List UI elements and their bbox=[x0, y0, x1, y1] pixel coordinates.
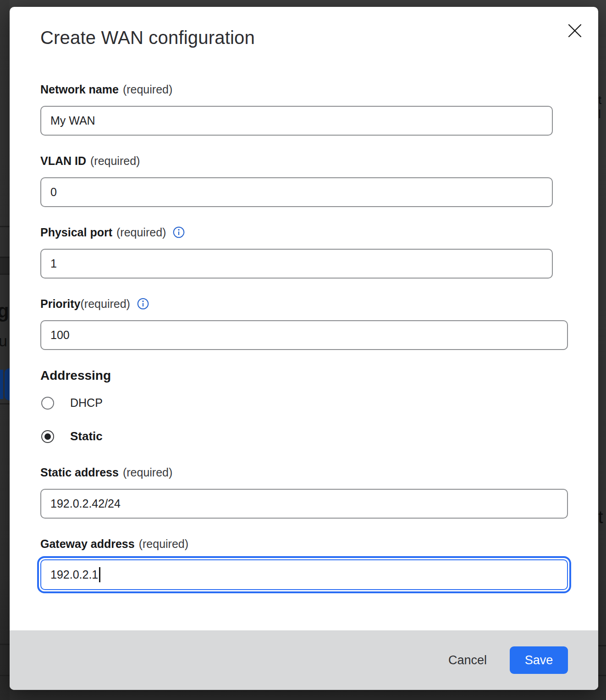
dhcp-radio-label: DHCP bbox=[70, 396, 103, 410]
physical-port-input[interactable]: 1 bbox=[40, 249, 553, 279]
close-button[interactable] bbox=[567, 23, 583, 39]
vlan-id-value: 0 bbox=[50, 186, 57, 199]
backdrop-table-line bbox=[0, 273, 10, 275]
priority-value: 100 bbox=[50, 328, 70, 342]
backdrop-blue-button-fragment bbox=[0, 370, 3, 399]
backdrop-table-line bbox=[0, 403, 10, 405]
static-address-value: 192.0.2.42/24 bbox=[50, 497, 121, 510]
priority-input[interactable]: 100 bbox=[40, 320, 568, 350]
backdrop-left-band bbox=[0, 0, 10, 700]
backdrop-table-line bbox=[0, 644, 10, 645]
gateway-address-label: Gateway address (required) bbox=[40, 537, 568, 551]
physical-port-label: Physical port (required) bbox=[40, 225, 568, 239]
backdrop-table-line bbox=[598, 675, 606, 676]
info-icon[interactable] bbox=[137, 298, 149, 310]
backdrop-table-row bbox=[0, 257, 10, 273]
text-caret bbox=[99, 567, 100, 582]
screen: g u t l t Create WAN configuration Netwo… bbox=[0, 0, 606, 700]
static-radio-label: Static bbox=[70, 429, 103, 443]
static-address-label: Static address (required) bbox=[40, 465, 568, 479]
network-name-value: My WAN bbox=[50, 114, 95, 127]
vlan-id-label: VLAN ID (required) bbox=[40, 154, 568, 168]
radio-icon[interactable] bbox=[41, 397, 54, 410]
backdrop-text-fragment: t bbox=[598, 508, 603, 527]
backdrop-table-line bbox=[0, 675, 10, 676]
close-icon bbox=[568, 24, 582, 39]
priority-label: Priority (required) bbox=[40, 297, 568, 311]
network-name-input[interactable]: My WAN bbox=[40, 106, 553, 136]
info-icon[interactable] bbox=[173, 226, 185, 238]
save-button[interactable]: Save bbox=[510, 646, 568, 674]
radio-selected-icon[interactable] bbox=[41, 430, 54, 443]
backdrop-text-fragment: u bbox=[0, 332, 7, 350]
gateway-address-focus-ring: 192.0.2.1 bbox=[37, 556, 571, 593]
network-name-label: Network name (required) bbox=[40, 82, 568, 96]
gateway-address-input[interactable]: 192.0.2.1 bbox=[40, 559, 568, 590]
gateway-address-value: 192.0.2.1 bbox=[50, 568, 98, 581]
create-wan-dialog: Create WAN configuration Network name (r… bbox=[10, 7, 598, 690]
backdrop-table-line bbox=[0, 226, 10, 227]
backdrop-text-fragment: g bbox=[0, 300, 9, 322]
backdrop-table-line bbox=[598, 645, 606, 646]
addressing-heading: Addressing bbox=[40, 368, 568, 383]
addressing-option-static[interactable]: Static bbox=[41, 429, 568, 443]
vlan-id-input[interactable]: 0 bbox=[40, 177, 553, 207]
physical-port-value: 1 bbox=[50, 257, 57, 270]
addressing-option-dhcp[interactable]: DHCP bbox=[41, 396, 568, 410]
static-address-input[interactable]: 192.0.2.42/24 bbox=[40, 489, 568, 519]
dialog-title: Create WAN configuration bbox=[40, 27, 567, 49]
backdrop-text-fragment: t l bbox=[598, 93, 606, 121]
cancel-button[interactable]: Cancel bbox=[448, 653, 487, 667]
dialog-footer: Cancel Save bbox=[10, 630, 598, 690]
